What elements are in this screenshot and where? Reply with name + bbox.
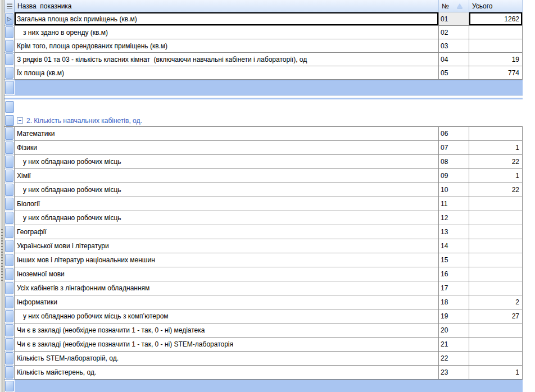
total-value-cell[interactable]: 1: [469, 141, 523, 155]
row-indicator-button[interactable]: [5, 156, 13, 168]
row-indicator[interactable]: [4, 80, 15, 95]
row-number-cell[interactable]: 05: [439, 66, 469, 80]
total-value-cell[interactable]: [469, 39, 523, 53]
row-number-cell[interactable]: 11: [439, 197, 469, 211]
row-indicator-button[interactable]: [5, 26, 13, 38]
row-indicator[interactable]: [4, 225, 15, 239]
row-number-cell[interactable]: 14: [439, 239, 469, 253]
row-number-cell[interactable]: 12: [439, 211, 469, 225]
total-value-cell[interactable]: 22: [469, 155, 523, 169]
row-number-cell[interactable]: 06: [439, 127, 469, 141]
row-number-cell[interactable]: 23: [439, 366, 469, 380]
row-number-cell[interactable]: 19: [439, 309, 469, 323]
total-value-cell[interactable]: [469, 26, 523, 39]
indicator-name-cell[interactable]: Інших мов і літератур національних менши…: [15, 253, 439, 267]
row-number-cell[interactable]: 02: [439, 26, 469, 39]
row-indicator-button[interactable]: [5, 226, 13, 238]
total-value-cell[interactable]: 27: [469, 309, 523, 323]
row-indicator-button[interactable]: [5, 254, 13, 266]
row-number-cell[interactable]: 17: [439, 281, 469, 295]
row-number-cell[interactable]: 08: [439, 155, 469, 169]
indicator-name-cell[interactable]: Хімії: [15, 169, 439, 183]
total-value-cell[interactable]: [469, 281, 523, 295]
total-value-cell[interactable]: [469, 338, 523, 352]
total-value-cell[interactable]: [469, 352, 523, 366]
row-indicator-button[interactable]: [5, 381, 14, 391]
row-indicator[interactable]: [4, 253, 15, 267]
row-indicator[interactable]: [4, 26, 15, 39]
total-value-cell[interactable]: 1: [469, 366, 523, 380]
total-value-cell[interactable]: [469, 323, 523, 338]
row-indicator[interactable]: [4, 239, 15, 253]
indicator-name-cell[interactable]: Усіх кабінетів з лінгафонним обладнанням: [15, 281, 439, 295]
splitter-grip-dots-icon[interactable]: [1, 229, 3, 281]
row-indicator[interactable]: [4, 53, 15, 66]
row-number-cell[interactable]: 10: [439, 183, 469, 197]
total-value-cell[interactable]: 1262: [469, 12, 523, 26]
row-number-cell[interactable]: 01: [439, 12, 469, 26]
row-indicator-button[interactable]: [5, 101, 14, 113]
row-indicator-button[interactable]: [5, 53, 13, 65]
indicator-name-cell[interactable]: Кількість STEM-лабораторій, од.: [15, 352, 439, 366]
row-indicator-button[interactable]: [5, 310, 13, 322]
indicator-name-cell[interactable]: Української мови і літератури: [15, 239, 439, 253]
current-row-arrow-icon[interactable]: ▷: [5, 13, 13, 25]
row-indicator[interactable]: [4, 141, 15, 155]
indicator-name-cell[interactable]: З рядків 01 та 03 - кількість класних кі…: [15, 53, 439, 66]
row-indicator[interactable]: [4, 295, 15, 309]
row-number-cell[interactable]: 22: [439, 352, 469, 366]
row-indicator-button[interactable]: [5, 240, 13, 252]
row-indicator-button[interactable]: [5, 324, 13, 336]
row-indicator[interactable]: [4, 309, 15, 323]
row-indicator-button[interactable]: [5, 366, 13, 379]
row-indicator[interactable]: [4, 211, 15, 225]
row-indicator-button[interactable]: [5, 142, 13, 154]
column-header-name[interactable]: Назва показника: [15, 0, 439, 12]
total-value-cell[interactable]: [469, 197, 523, 211]
row-indicator[interactable]: [4, 197, 15, 211]
row-indicator[interactable]: [4, 267, 15, 281]
row-indicator-button[interactable]: [5, 127, 13, 140]
splitter-strip[interactable]: [0, 0, 4, 392]
column-header-total[interactable]: Усього: [469, 0, 523, 12]
indicator-name-cell[interactable]: у них обладнано робочих місць з комп’юте…: [15, 309, 439, 323]
row-indicator[interactable]: [4, 338, 15, 352]
row-number-cell[interactable]: 21: [439, 338, 469, 352]
indicator-name-cell[interactable]: Чи є в закладі (необхідне позначити 1 - …: [15, 338, 439, 352]
indicator-name-cell[interactable]: Кількість майстерень, од.: [15, 366, 439, 380]
row-number-cell[interactable]: 18: [439, 295, 469, 309]
total-value-cell[interactable]: [469, 211, 523, 225]
total-value-cell[interactable]: [469, 267, 523, 281]
row-number-cell[interactable]: 13: [439, 225, 469, 239]
row-indicator-button[interactable]: [5, 184, 13, 196]
total-value-cell[interactable]: 22: [469, 183, 523, 197]
indicator-name-cell[interactable]: Крім того, площа орендованих приміщень (…: [15, 39, 439, 53]
row-indicator[interactable]: [4, 39, 15, 53]
indicator-name-cell[interactable]: у них обладнано робочих місць: [15, 183, 439, 197]
row-indicator-button[interactable]: [5, 296, 13, 308]
row-indicator[interactable]: [4, 127, 15, 141]
total-value-cell[interactable]: [469, 225, 523, 239]
row-number-cell[interactable]: 16: [439, 267, 469, 281]
row-number-cell[interactable]: 04: [439, 53, 469, 66]
row-indicator[interactable]: [4, 169, 15, 183]
row-indicator-button[interactable]: [5, 40, 13, 52]
row-indicator[interactable]: [4, 380, 15, 392]
indicator-name-cell[interactable]: Їх площа (кв.м): [15, 66, 439, 80]
row-indicator-button[interactable]: [5, 282, 13, 294]
row-indicator-button[interactable]: [5, 268, 13, 280]
row-number-cell[interactable]: 07: [439, 141, 469, 155]
total-value-cell[interactable]: [469, 127, 523, 141]
row-indicator[interactable]: ▷: [4, 12, 15, 26]
row-indicator[interactable]: [4, 155, 15, 169]
total-value-cell[interactable]: [469, 239, 523, 253]
total-value-cell[interactable]: 2: [469, 295, 523, 309]
indicator-name-cell[interactable]: Загальна площа всіх приміщень (кв.м): [15, 12, 439, 26]
row-indicator[interactable]: [4, 66, 15, 80]
indicator-name-cell[interactable]: Математики: [15, 127, 439, 141]
indicator-name-cell[interactable]: з них здано в оренду (кв.м): [15, 26, 439, 39]
row-indicator[interactable]: [4, 281, 15, 295]
row-number-cell[interactable]: 20: [439, 323, 469, 338]
row-indicator-button[interactable]: [5, 170, 13, 182]
total-value-cell[interactable]: 19: [469, 53, 523, 66]
